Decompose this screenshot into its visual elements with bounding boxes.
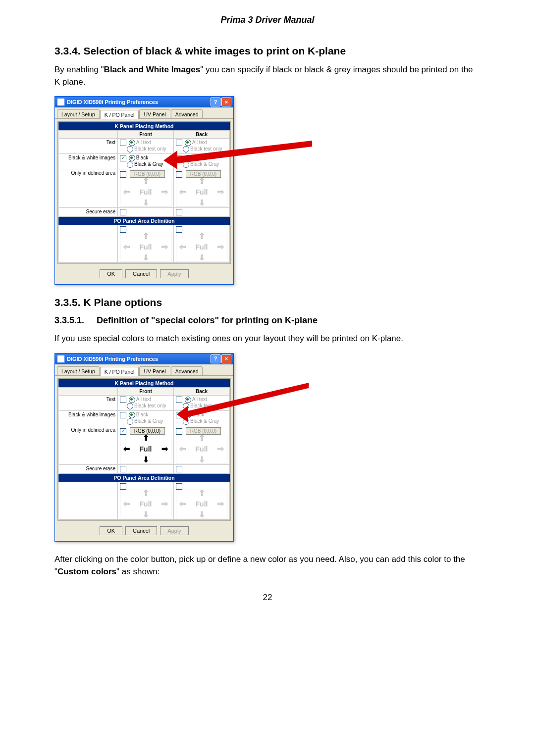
col-front: Front (118, 387, 174, 395)
screenshot-1: DIGID XID590i Printing Preferences ? × L… (54, 96, 292, 285)
arrow-down-icon: ⇩ (143, 199, 149, 207)
tab-layout-setup[interactable]: Layout / Setup (57, 366, 100, 375)
row-text-label: Text (59, 395, 118, 410)
close-button[interactable]: × (221, 98, 231, 106)
para-after: After clicking on the color button, pick… (54, 554, 481, 578)
screenshot-2: DIGID XID590i Printing Preferences ? × L… (54, 353, 292, 542)
cancel-button[interactable]: Cancel (125, 526, 157, 535)
arrow-up-icon: ⇧ (143, 177, 149, 185)
secure-back-checkbox[interactable] (176, 209, 182, 215)
close-button[interactable]: × (221, 354, 231, 363)
po-panel-header: PO Panel Area Definition (58, 474, 230, 482)
dialog-title: DIGID XID590i Printing Preferences (67, 356, 158, 362)
row-bw-label: Black & white images (59, 410, 118, 426)
ok-button[interactable]: OK (100, 526, 122, 535)
po-area-back: ⇧⇦ Full ⇨⇩ (176, 233, 227, 261)
arrow-right-icon: ⇨ (161, 188, 168, 196)
tab-layout-setup[interactable]: Layout / Setup (57, 109, 100, 118)
heading-335: 3.3.5. K Plane options (54, 297, 481, 308)
defined-front-checkbox[interactable] (120, 428, 126, 435)
doc-header: Prima 3 Driver Manual (54, 15, 481, 25)
heading-334: 3.3.4. Selection of black & white images… (54, 45, 481, 57)
secure-front-checkbox[interactable] (120, 209, 126, 215)
app-icon (57, 98, 65, 106)
apply-button[interactable]: Apply (160, 269, 189, 278)
po-back-checkbox[interactable] (176, 226, 182, 233)
help-button[interactable]: ? (211, 98, 220, 106)
area-back: ⇧⇦ Full ⇨⇩ (176, 178, 227, 206)
cancel-button[interactable]: Cancel (125, 269, 157, 278)
printing-prefs-dialog-2: DIGID XID590i Printing Preferences ? × L… (54, 353, 234, 542)
defined-back-checkbox[interactable] (176, 428, 182, 435)
tab-uv-panel[interactable]: UV Panel (139, 109, 170, 118)
area-front: ⇧ ⇦ Full ⇨ ⇩ (120, 178, 171, 206)
secure-back-checkbox[interactable] (176, 466, 182, 472)
tab-k-po-panel[interactable]: K / PO Panel (100, 367, 139, 376)
para-334: By enabling "Black and White Images" you… (54, 64, 481, 88)
ok-button[interactable]: OK (100, 269, 122, 278)
area-front-active[interactable]: ⬆ ⬅ Full ➡ ⬇ (120, 435, 171, 463)
bw-front-checkbox[interactable] (120, 412, 126, 418)
tab-advanced[interactable]: Advanced (171, 366, 203, 375)
bw-front-blackgray-radio[interactable] (127, 161, 133, 168)
row-defined-label: Only in defined area (59, 426, 118, 464)
bw-front-black-radio[interactable] (129, 155, 135, 161)
text-front-checkbox[interactable] (120, 397, 126, 403)
svg-marker-1 (177, 383, 309, 422)
page-number: 22 (54, 593, 481, 603)
text-front-checkbox[interactable] (120, 140, 126, 146)
printing-prefs-dialog: DIGID XID590i Printing Preferences ? × L… (54, 96, 234, 285)
heading-3351: 3.3.5.1. Definition of "special colors" … (54, 315, 481, 326)
bw-front-checkbox[interactable] (120, 155, 126, 161)
apply-button[interactable]: Apply (160, 526, 189, 535)
po-area-front: ⇧⇦ Full ⇨⇩ (120, 233, 171, 261)
help-button[interactable]: ? (211, 354, 220, 363)
dialog-title: DIGID XID590i Printing Preferences (67, 99, 158, 105)
col-front: Front (118, 131, 174, 139)
svg-marker-0 (163, 141, 312, 169)
po-front-checkbox[interactable] (120, 483, 126, 490)
area-back: ⇧⇦ Full ⇨⇩ (176, 435, 227, 463)
tabs: Layout / Setup K / PO Panel UV Panel Adv… (55, 107, 233, 119)
defined-front-checkbox[interactable] (120, 171, 126, 178)
para-3351: If you use special colors to match exist… (54, 333, 481, 345)
po-front-checkbox[interactable] (120, 226, 126, 233)
row-bw-label: Black & white images (59, 154, 118, 169)
tab-uv-panel[interactable]: UV Panel (139, 366, 170, 375)
tab-advanced[interactable]: Advanced (171, 109, 203, 118)
row-text-label: Text (59, 139, 118, 154)
po-area-back: ⇧⇦ Full ⇨⇩ (176, 490, 227, 518)
po-back-checkbox[interactable] (176, 483, 182, 490)
secure-front-checkbox[interactable] (120, 466, 126, 472)
row-secure-label: Secure erase (59, 208, 118, 217)
row-secure-label: Secure erase (59, 464, 118, 473)
tab-k-po-panel[interactable]: K / PO Panel (100, 110, 139, 119)
app-icon (57, 355, 65, 363)
arrow-left-icon: ⇦ (123, 188, 130, 196)
po-panel-header: PO Panel Area Definition (58, 217, 230, 225)
k-panel-header: K Panel Placing Method (58, 122, 230, 130)
row-defined-label: Only in defined area (59, 169, 118, 208)
col-back: Back (174, 131, 230, 139)
po-area-front: ⇧⇦ Full ⇨⇩ (120, 490, 171, 518)
